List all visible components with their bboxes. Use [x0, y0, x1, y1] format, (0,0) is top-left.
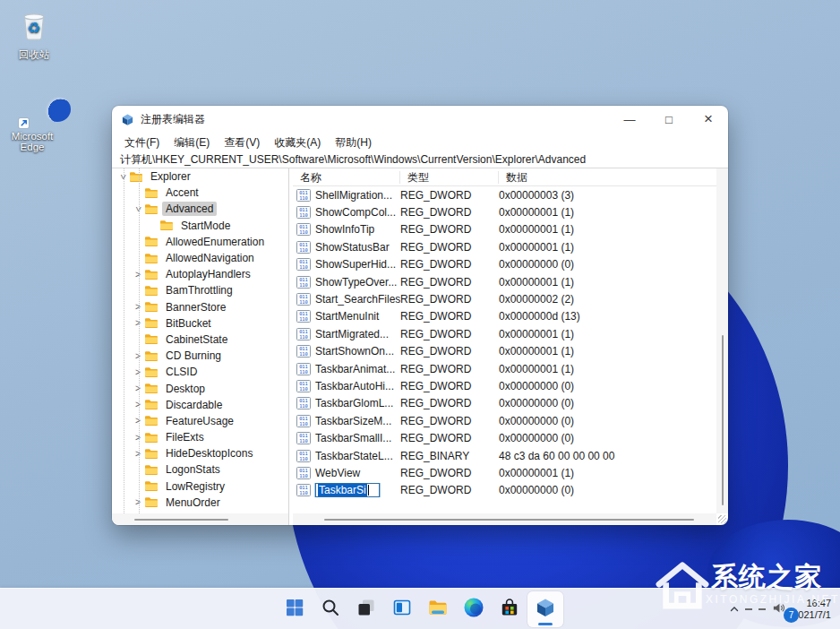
chevron-right-icon[interactable]: > — [133, 367, 143, 377]
desktop-icon-microsoft-edge[interactable]: Microsoft Edge — [0, 82, 64, 152]
tree-item-fileexts[interactable]: >FileExts — [112, 429, 288, 445]
active-indicator — [538, 623, 553, 625]
column-header[interactable]: 名称 — [293, 171, 400, 184]
value-row[interactable]: 011110ShowSuperHid...REG_DWORD0x00000000… — [293, 256, 716, 273]
menu-item[interactable]: 帮助(H) — [328, 134, 379, 152]
tree-item-discardable[interactable]: >Discardable — [112, 397, 288, 413]
menu-item[interactable]: 文件(F) — [117, 134, 167, 152]
column-header[interactable]: 数据 — [499, 171, 716, 184]
value-row[interactable]: 011110TaskbarStateL...REG_BINARY48 c3 da… — [293, 447, 716, 464]
svg-text:110: 110 — [299, 317, 308, 323]
value-row[interactable]: 011110StartMigrated...REG_DWORD0x0000000… — [293, 325, 716, 342]
value-data: 0x00000001 (1) — [499, 223, 716, 236]
taskbar-store-button[interactable] — [492, 591, 527, 627]
shortcut-arrow-icon — [18, 117, 30, 129]
tree-item-cd-burning[interactable]: >CD Burning — [112, 348, 288, 364]
tree-item-explorer[interactable]: >Explorer — [112, 168, 288, 185]
value-row[interactable]: 011110StartMenuInitREG_DWORD0x0000000d (… — [293, 308, 716, 325]
tree-item-allowedenumeration[interactable]: AllowedEnumeration — [112, 234, 288, 250]
chevron-right-icon[interactable]: > — [133, 400, 143, 409]
value-name: TaskbarSmallI... — [315, 432, 391, 444]
taskbar-explorer-button[interactable] — [420, 591, 456, 627]
value-row[interactable]: 011110TaskbarAnimat...REG_DWORD0x0000000… — [293, 360, 716, 377]
notification-badge[interactable]: 7 — [784, 607, 799, 623]
value-row[interactable]: 011110TaskbarGlomL...REG_DWORD0x00000000… — [293, 395, 716, 412]
svg-text:110: 110 — [299, 334, 308, 340]
tree-item-featureusage[interactable]: >FeatureUsage — [112, 413, 288, 429]
tree-item-menuorder[interactable]: >MenuOrder — [112, 495, 288, 511]
taskbar-taskview-button[interactable] — [348, 591, 384, 627]
minimize-button[interactable]: — — [610, 106, 649, 133]
chevron-right-icon[interactable]: > — [133, 416, 143, 426]
menu-item[interactable]: 查看(V) — [217, 134, 267, 152]
tree-horizontal-scrollbar[interactable] — [112, 513, 288, 525]
list-vertical-scrollbar[interactable] — [716, 168, 728, 513]
desktop-icon-recycle-bin[interactable]: ♻ 回收站 — [2, 5, 66, 62]
panel-divider[interactable] — [288, 168, 289, 525]
taskbar-edge-button[interactable] — [456, 591, 492, 627]
registry-tree: >ExplorerAccent>AdvancedStartModeAllowed… — [112, 168, 288, 513]
value-row[interactable]: 011110TaskbarAutoHi...REG_DWORD0x0000000… — [293, 377, 716, 394]
taskbar-start-button[interactable] — [277, 591, 313, 627]
value-type: REG_DWORD — [400, 467, 499, 479]
taskbar-search-button[interactable] — [313, 591, 348, 627]
menu-item[interactable]: 收藏夹(A) — [267, 134, 328, 152]
value-row[interactable]: 011110StartShownOn...REG_DWORD0x00000001… — [293, 343, 716, 360]
svg-text:110: 110 — [299, 473, 308, 478]
value-row[interactable]: 011110ShellMigration...REG_DWORD0x000000… — [293, 186, 716, 203]
tree-item-label: BitBucket — [162, 316, 215, 331]
tree-item-lowregistry[interactable]: LowRegistry — [112, 478, 288, 495]
value-row[interactable]: 011110ShowStatusBarREG_DWORD0x00000001 (… — [293, 238, 716, 255]
title-bar[interactable]: 注册表编辑器 — □ × — [112, 106, 728, 133]
chevron-right-icon[interactable]: > — [133, 270, 143, 280]
chevron-right-icon[interactable]: > — [133, 433, 143, 443]
value-row[interactable]: 011110WebViewREG_DWORD0x00000001 (1) — [293, 464, 716, 481]
tree-item-bitbucket[interactable]: >BitBucket — [112, 315, 288, 332]
chevron-down-icon[interactable]: > — [118, 171, 128, 182]
chevron-right-icon[interactable]: > — [133, 318, 143, 328]
value-row[interactable]: 011110ShowTypeOver...REG_DWORD0x00000001… — [293, 273, 716, 290]
tree-item-hidedesktopicons[interactable]: >HideDesktopIcons — [112, 445, 288, 461]
address-bar[interactable]: 计算机\HKEY_CURRENT_USER\Software\Microsoft… — [112, 152, 728, 168]
chevron-right-icon[interactable]: > — [133, 302, 143, 312]
regedit-window: 注册表编辑器 — □ × 文件(F)编辑(E)查看(V)收藏夹(A)帮助(H) … — [112, 106, 728, 525]
folder-icon — [144, 187, 159, 199]
menu-item[interactable]: 编辑(E) — [167, 134, 217, 152]
rename-input[interactable]: TaskbarSi — [315, 483, 380, 497]
tree-item-allowednavigation[interactable]: AllowedNavigation — [112, 250, 288, 266]
watermark-house-icon — [654, 561, 713, 613]
chevron-right-icon[interactable]: > — [133, 497, 143, 507]
list-horizontal-scrollbar[interactable] — [293, 513, 716, 525]
chevron-down-icon[interactable]: > — [133, 203, 143, 214]
resize-grip[interactable] — [718, 515, 726, 523]
chevron-right-icon[interactable]: > — [133, 449, 143, 459]
column-header[interactable]: 类型 — [400, 171, 499, 184]
tree-item-cabinetstate[interactable]: CabinetState — [112, 332, 288, 348]
chevron-right-icon[interactable]: > — [133, 383, 143, 393]
tree-item-autoplayhandlers[interactable]: >AutoplayHandlers — [112, 266, 288, 282]
value-row[interactable]: 011110TaskbarSizeM...REG_DWORD0x00000000… — [293, 412, 716, 429]
taskbar-regedit-button[interactable] — [527, 591, 563, 627]
tree-item-accent[interactable]: Accent — [112, 185, 288, 201]
tree-item-bamthrottling[interactable]: BamThrottling — [112, 282, 288, 298]
value-row[interactable]: 011110ShowInfoTipREG_DWORD0x00000001 (1) — [293, 221, 716, 238]
svg-text:110: 110 — [299, 421, 308, 427]
value-type: REG_DWORD — [400, 415, 499, 427]
value-row[interactable]: 011110Start_SearchFilesREG_DWORD0x000000… — [293, 290, 716, 307]
tree-item-desktop[interactable]: >Desktop — [112, 380, 288, 396]
value-row[interactable]: 011110ShowCompCol...REG_DWORD0x00000001 … — [293, 203, 716, 220]
tree-item-advanced[interactable]: >Advanced — [112, 201, 288, 217]
value-row[interactable]: 011110TaskbarSmallI...REG_DWORD0x0000000… — [293, 429, 716, 446]
value-row[interactable]: 011110TaskbarSiREG_DWORD0x00000000 (0) — [293, 482, 716, 499]
tree-item-startmode[interactable]: StartMode — [112, 218, 288, 234]
value-name: TaskbarAutoHi... — [315, 380, 394, 392]
tree-item-bannerstore[interactable]: >BannerStore — [112, 299, 288, 315]
tree-item-clsid[interactable]: >CLSID — [112, 364, 288, 380]
chevron-right-icon[interactable]: > — [133, 351, 143, 361]
taskbar-widgets-button[interactable] — [384, 591, 420, 627]
reg-value-icon: 011110 — [296, 380, 311, 392]
maximize-button[interactable]: □ — [649, 106, 689, 133]
close-button[interactable]: × — [689, 106, 728, 133]
tree-item-logonstats[interactable]: LogonStats — [112, 461, 288, 478]
value-type: REG_DWORD — [400, 345, 499, 358]
